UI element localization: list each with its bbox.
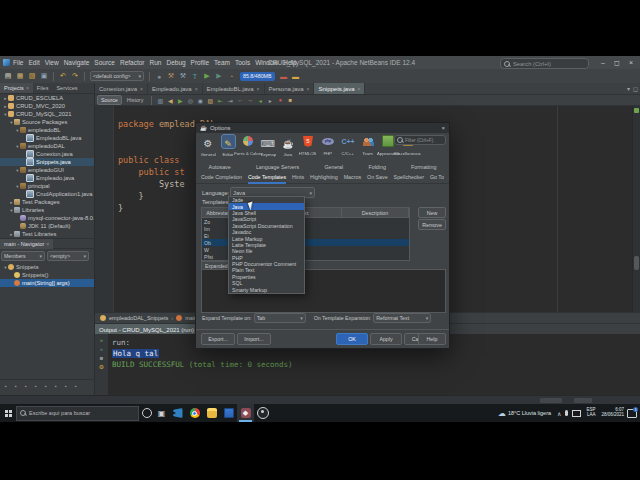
ant-settings-icon[interactable]: ⚙ — [99, 364, 104, 370]
ide-log-icon[interactable]: ● — [155, 72, 164, 81]
find-selection-icon[interactable]: ◎ — [186, 96, 194, 104]
menu-team[interactable]: Team — [214, 59, 230, 66]
navigator-members-select[interactable]: Members▾ — [1, 251, 45, 261]
tree-item-snippets[interactable]: ▾Snippets — [0, 263, 94, 271]
maximize-icon[interactable]: ◻ — [610, 59, 624, 67]
new-file-icon[interactable]: ▤ — [4, 72, 13, 81]
tab-macros[interactable]: Macros — [344, 171, 361, 184]
options-category-fonts-colors[interactable]: Fonts & Colors — [238, 133, 258, 160]
close-icon[interactable]: × — [257, 86, 260, 92]
tree-item-empleado-java[interactable]: Empleado.java — [0, 174, 94, 182]
editor-tab-conexion.java[interactable]: Conexion.java× — [95, 83, 148, 94]
scrollbar-segment[interactable] — [574, 398, 592, 403]
tab-folding[interactable]: Folding — [368, 164, 385, 170]
editor-tab-empleadobl.java[interactable]: EmpleadoBL.java× — [203, 83, 265, 94]
tab-on-save[interactable]: On Save — [367, 171, 388, 184]
database-red-icon[interactable]: ▬ — [279, 72, 288, 81]
menu-run[interactable]: Run — [150, 59, 162, 66]
back-icon[interactable]: ◀ — [166, 96, 174, 104]
menu-tools[interactable]: Tools — [235, 59, 250, 66]
save-all-icon[interactable]: ▣ — [40, 72, 49, 81]
last-edit-icon[interactable]: ▥ — [156, 96, 164, 104]
options-category-general[interactable]: General — [198, 133, 218, 160]
close-icon[interactable]: × — [624, 59, 638, 66]
tab-code-completion[interactable]: Code Completion — [201, 171, 242, 184]
options-category-c-c-[interactable]: C++C/C++ — [338, 133, 358, 160]
editor-tab-empleado.java[interactable]: Empleado.java× — [148, 83, 203, 94]
source-view-button[interactable]: Source — [97, 95, 122, 105]
find-occurrence-icon[interactable]: ◉ — [196, 96, 204, 104]
tree-item-empleadogui[interactable]: ▾empleadoGUI — [0, 166, 94, 174]
options-category-java[interactable]: Java — [278, 133, 298, 160]
tab-projects[interactable]: Projects× — [0, 83, 33, 93]
taskbar-search[interactable]: Escribe aquí para buscar — [16, 406, 139, 421]
language-option-smarty-markup[interactable]: Smarty Markup — [229, 286, 304, 292]
ide-search-box[interactable]: Search (Ctrl+I) — [500, 58, 589, 69]
options-category-keymap[interactable]: Keymap — [258, 133, 278, 160]
start-button[interactable] — [0, 404, 16, 422]
menu-file[interactable]: File — [13, 59, 23, 66]
rerun-debug-icon[interactable]: » — [100, 346, 103, 352]
clean-build-icon[interactable]: ⚒ — [179, 72, 188, 81]
toggle-highlight-icon[interactable]: ▧ — [206, 96, 214, 104]
task-view-button[interactable]: ▣ — [154, 404, 169, 422]
inherited-filter-icon[interactable]: ▪ — [3, 383, 9, 389]
set-configuration-icon[interactable]: T — [191, 72, 200, 81]
tree-item-libraries[interactable]: ▾Libraries — [0, 206, 94, 214]
rerun-icon[interactable]: » — [100, 337, 103, 343]
tree-item-empleadobl-java[interactable]: EmpleadoBL.java — [0, 134, 94, 142]
stop-macro-icon[interactable]: ■ — [286, 96, 294, 104]
tree-item-conexion-java[interactable]: Conexion.java — [0, 150, 94, 158]
tab-hints[interactable]: Hints — [292, 171, 304, 184]
tree-item-empleadobl[interactable]: ▾empleadoBL — [0, 126, 94, 134]
tab-highlighting[interactable]: Highlighting — [310, 171, 338, 184]
close-icon[interactable]: × — [441, 125, 445, 131]
fields-filter-icon[interactable]: ▪ — [13, 383, 19, 389]
navigator-filter-select[interactable]: <empty>▾ — [47, 251, 89, 261]
tree-item-test-packages[interactable]: ▸Test Packages — [0, 198, 94, 206]
tree-item-empleadodal[interactable]: ▾empleadoDAL — [0, 142, 94, 150]
tab-go-to[interactable]: Go To — [430, 171, 444, 184]
tree-item-crudapplication1-java[interactable]: CrudApplication1.java — [0, 190, 94, 198]
tree-item-crud-mysql-2021[interactable]: ▾CRUD_MySQL_2021 — [0, 110, 94, 118]
scrollbar-thumb[interactable] — [634, 256, 639, 270]
bluegrid-taskbar-icon[interactable] — [220, 404, 237, 422]
close-icon[interactable]: × — [307, 86, 310, 92]
database-yellow-icon[interactable]: ▬ — [291, 72, 300, 81]
tree-item-snippets-[interactable]: Snippets() — [0, 271, 94, 279]
weather-text[interactable]: 18°C Lluvia ligera — [508, 410, 551, 416]
build-project-icon[interactable]: ⚒ — [167, 72, 176, 81]
remove-template-button[interactable]: Remove — [418, 219, 446, 230]
history-view-button[interactable]: History — [127, 97, 143, 103]
forward-icon[interactable]: ▶ — [176, 96, 184, 104]
new-template-button[interactable]: New — [418, 207, 446, 218]
memory-indicator[interactable]: 85.8/480MB — [240, 72, 275, 81]
sort-alpha-icon[interactable]: ▪ — [43, 383, 49, 389]
menu-debug[interactable]: Debug — [166, 59, 185, 66]
tab-services[interactable]: Services — [52, 83, 81, 93]
stop-icon[interactable]: ■ — [100, 355, 104, 361]
close-icon[interactable]: × — [46, 241, 49, 247]
options-category-html-js[interactable]: 5HTML/JS — [298, 133, 318, 160]
tree-item-source-packages[interactable]: ▾Source Packages — [0, 118, 94, 126]
new-project-icon[interactable]: ▦ — [16, 72, 25, 81]
sort-source-icon[interactable]: ▪ — [53, 383, 59, 389]
vscode-taskbar-icon[interactable] — [169, 404, 186, 422]
keyboard-layout[interactable]: ESPLAA — [586, 408, 595, 418]
config-select[interactable]: <default config>▾ — [90, 71, 144, 81]
profile-project-icon[interactable]: ◔ — [227, 72, 236, 81]
fully-qualified-icon[interactable]: ▪ — [63, 383, 69, 389]
tab-code-templates[interactable]: Code Templates — [248, 171, 286, 184]
import-button[interactable]: Import... — [237, 333, 271, 345]
minimize-icon[interactable]: – — [596, 59, 610, 66]
apply-button[interactable]: Apply — [370, 333, 402, 345]
menu-profile[interactable]: Profile — [191, 59, 209, 66]
ok-button[interactable]: OK — [336, 333, 368, 345]
maximize-editor-icon[interactable]: ◻ — [633, 85, 638, 92]
tree-item-snippets-java[interactable]: Snippets.java — [0, 158, 94, 166]
scroll-tabs-icon[interactable]: ▾ — [627, 85, 630, 92]
tab-autosave[interactable]: Autosave — [209, 164, 231, 170]
redo-icon[interactable]: ↷ — [71, 72, 80, 81]
record-macro-icon[interactable]: ● — [276, 96, 284, 104]
undo-icon[interactable]: ↶ — [59, 72, 68, 81]
